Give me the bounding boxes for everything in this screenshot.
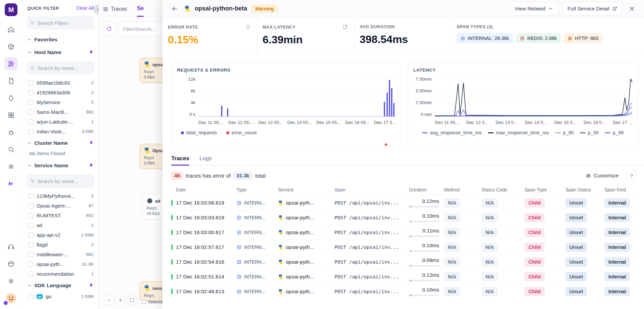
tab-service-map[interactable]: Se xyxy=(137,5,144,17)
sdk-language-section-header[interactable]: SDK Language xyxy=(22,279,98,292)
legend-p95[interactable]: p_95 xyxy=(580,130,599,135)
column-header[interactable]: Status Code xyxy=(477,187,520,192)
tab-logs[interactable]: Logs xyxy=(199,151,212,165)
host-name-section-header[interactable]: Host Name xyxy=(22,46,98,58)
column-header[interactable]: Span Kind xyxy=(600,187,637,192)
column-header[interactable]: Span Status xyxy=(561,187,600,192)
checkbox[interactable] xyxy=(28,213,34,218)
help-button[interactable]: ? xyxy=(627,171,637,181)
service-list-item[interactable]: Opsai-Agent-... 67 xyxy=(22,201,98,211)
checkbox[interactable] xyxy=(28,90,34,95)
infrastructure-filters-icon[interactable] xyxy=(4,57,18,71)
service-list-item[interactable]: app-api-v2 1.09M xyxy=(22,230,98,240)
checkbox[interactable] xyxy=(28,294,34,299)
support-headset-icon[interactable] xyxy=(4,240,18,254)
legend-avg-response-time[interactable]: avg_response_time_ms xyxy=(422,130,482,135)
host-search-input[interactable] xyxy=(37,65,91,71)
legend-max-response-time[interactable]: max_response_time_ms xyxy=(488,130,549,135)
view-related-button[interactable]: View Related xyxy=(510,2,558,15)
service-list-item[interactable]: ad 2 xyxy=(22,220,98,230)
span-type-chip-redis[interactable]: REDIS: 2.08k xyxy=(516,34,560,43)
service-list-item[interactable]: middleware-... 982 xyxy=(22,250,98,259)
home-icon[interactable] xyxy=(4,23,18,36)
checkbox[interactable] xyxy=(28,193,34,199)
customize-button[interactable]: Customize xyxy=(586,173,618,179)
checkbox[interactable] xyxy=(28,129,34,134)
legend-error-count[interactable]: error_count xyxy=(226,130,257,135)
trace-row[interactable]: 17 Dec 16:02:51.614 INTERN... opsai-pyth… xyxy=(171,269,637,284)
zoom-out-button[interactable] xyxy=(104,296,113,305)
host-list-item[interactable]: MyService 5 xyxy=(22,97,98,107)
column-header[interactable]: Duration xyxy=(404,187,439,192)
tab-traces[interactable]: Traces xyxy=(171,151,189,165)
checkbox[interactable] xyxy=(28,271,34,277)
close-icon[interactable] xyxy=(627,3,637,14)
cluster-name-section-header[interactable]: Cluster Name xyxy=(22,136,98,149)
checkbox[interactable] xyxy=(28,232,34,238)
service-name-section-header[interactable]: Service Name xyxy=(22,159,98,172)
service-list-item[interactable]: recommendation 1 xyxy=(22,269,98,279)
favorites-section-header[interactable]: Favorites xyxy=(22,33,98,46)
preferences-gear-icon[interactable] xyxy=(4,274,18,288)
host-list-item[interactable]: 41929863a306 2 xyxy=(22,88,98,97)
trace-row[interactable]: 17 Dec 16:03:00.617 INTERN... opsai-pyth… xyxy=(171,225,637,239)
tab-traces-map[interactable]: Traces xyxy=(103,6,127,16)
traces-flame-icon[interactable] xyxy=(4,91,18,105)
service-list-item[interactable]: opsai-pyth... 31.3K xyxy=(22,259,98,269)
requests-errors-plot[interactable] xyxy=(198,77,396,117)
checkbox[interactable] xyxy=(28,80,34,86)
trace-row[interactable]: 17 Dec 16:02:48.613 INTERN... opsai-pyth… xyxy=(171,284,637,299)
user-avatar[interactable] xyxy=(4,292,18,305)
trace-row[interactable]: 17 Dec 16:03:03.619 INTERN... opsai-pyth… xyxy=(171,210,637,225)
column-header[interactable]: Date xyxy=(171,187,232,192)
dashboards-grid-icon[interactable] xyxy=(4,108,18,122)
checkbox[interactable] xyxy=(28,109,34,115)
service-list-item[interactable]: 123MyPythonA... 5 xyxy=(22,191,98,201)
span-type-chip-internal[interactable]: INTERNAL: 28.36k xyxy=(457,34,513,43)
search-icon[interactable] xyxy=(4,143,18,156)
latency-plot[interactable] xyxy=(435,77,632,117)
clear-all-link[interactable]: Clear All xyxy=(76,5,94,11)
trace-row[interactable]: 17 Dec 16:02:54.616 INTERN... opsai-pyth… xyxy=(171,254,637,269)
checkbox[interactable] xyxy=(28,242,34,248)
middleware-logo[interactable]: M xyxy=(5,3,17,16)
service-list-item[interactable]: flagd 2 xyxy=(22,240,98,250)
logs-document-icon[interactable] xyxy=(4,74,18,88)
package-icon[interactable] xyxy=(4,40,18,53)
bug-icon[interactable] xyxy=(4,126,18,139)
host-list-item[interactable]: milan-Vostr... 3.09K xyxy=(22,127,98,136)
host-list-item[interactable]: 0599ae1b6c83 2 xyxy=(22,78,98,88)
legend-p99[interactable]: p_99 xyxy=(605,130,624,135)
span-type-chip-http[interactable]: HTTP: 863 xyxy=(564,34,602,43)
column-header[interactable]: Service xyxy=(273,187,330,192)
host-list-item[interactable]: arjun-Latitude-... 1 xyxy=(22,117,98,127)
checkbox[interactable] xyxy=(28,203,34,209)
column-header[interactable]: Type xyxy=(232,187,273,192)
checkbox[interactable] xyxy=(28,252,34,257)
zoom-in-button[interactable] xyxy=(116,296,125,305)
full-service-detail-button[interactable]: Full Service Detail xyxy=(562,2,623,15)
expand-icon[interactable] xyxy=(342,24,348,30)
middleware-arrow-icon[interactable] xyxy=(4,177,18,190)
column-header[interactable]: Method xyxy=(439,187,477,192)
back-button[interactable] xyxy=(169,3,180,14)
checkbox[interactable] xyxy=(28,223,34,228)
column-header[interactable]: Span Type xyxy=(520,187,561,192)
service-list-item[interactable]: RUMTEST 602 xyxy=(22,211,98,220)
column-header[interactable]: Span xyxy=(330,187,404,192)
pin-icon[interactable] xyxy=(89,50,94,55)
pin-icon[interactable] xyxy=(89,163,94,168)
info-icon[interactable] xyxy=(245,24,251,30)
checkbox[interactable] xyxy=(28,262,34,267)
search-filters-input[interactable] xyxy=(37,20,91,26)
checkbox[interactable] xyxy=(28,100,34,105)
trace-row[interactable]: 17 Dec 16:02:57.617 INTERN... opsai-pyth… xyxy=(171,239,637,254)
settings-gear-icon[interactable] xyxy=(4,160,18,173)
checkbox[interactable] xyxy=(28,119,34,125)
releases-box-icon[interactable] xyxy=(4,257,18,271)
host-list-item[interactable]: Sams-MacB... 982 xyxy=(22,107,98,117)
sdk-language-item-go[interactable]: go go 1.09M xyxy=(22,292,98,301)
pin-icon[interactable] xyxy=(89,141,94,146)
pin-icon[interactable] xyxy=(89,283,94,288)
trace-row[interactable]: 17 Dec 16:03:06.619 INTERN... opsai-pyth… xyxy=(171,195,637,210)
